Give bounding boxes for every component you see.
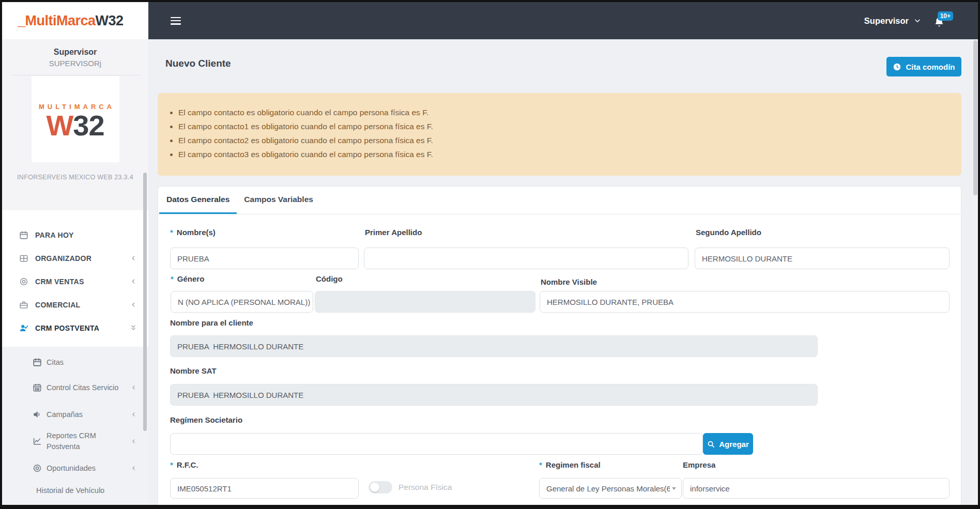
form-tabs: Datos Generales Campos Variables	[158, 187, 961, 214]
target-icon	[19, 277, 28, 286]
nombre-para-cliente-input	[170, 335, 818, 357]
chevron-left-icon	[131, 465, 137, 471]
agregar-label: Agregar	[719, 440, 749, 449]
submenu-item-label: Campañas	[47, 409, 83, 420]
sidebar-user-name: Supervisor	[2, 39, 148, 57]
submenu-item-historial-de-vehiculo[interactable]: Historial de Vehículo	[2, 480, 148, 501]
submenu-item-label: Control Citas Servicio	[47, 382, 120, 393]
submenu-item-label: Reportes CRM Postventa	[47, 430, 120, 452]
sidebar-scrollbar[interactable]	[143, 39, 147, 505]
tab-label: Datos Generales	[166, 195, 229, 204]
rfc-label: *R.F.C.	[170, 460, 198, 472]
nombres-input[interactable]	[170, 248, 359, 269]
sidebar-item-organizador[interactable]: ORGANIZADOR	[2, 246, 148, 270]
primer-apellido-input[interactable]	[364, 248, 688, 269]
chevron-left-icon	[131, 438, 137, 444]
submenu-item-reportes-crm-postventa[interactable]: Reportes CRM Postventa	[2, 426, 148, 456]
sidebar-item-para-hoy[interactable]: PARA HOY	[2, 223, 148, 246]
sidebar-item-comercial[interactable]: COMERCIAL	[2, 293, 148, 316]
clock-icon	[893, 63, 901, 71]
brand-logo-prefix: _MultiMarca	[18, 13, 96, 28]
tab-campos-variables[interactable]: Campos Variables	[237, 187, 320, 214]
sidebar-item-label: CRM VENTAS	[35, 277, 84, 286]
sidebar-item-label: ORGANIZADOR	[35, 254, 91, 263]
sidebar-item-label: COMERCIAL	[35, 301, 80, 309]
persona-fisica-label: Persona Física	[399, 481, 452, 493]
nombre-visible-label: Nombre Visible	[541, 277, 597, 289]
caret-down-icon	[672, 487, 676, 490]
notifications-button[interactable]: 10+	[932, 11, 953, 32]
notification-count-badge: 10+	[938, 11, 953, 21]
regimen-fiscal-label: *Regimen fiscal	[539, 460, 601, 472]
cita-comodin-label: Cita comodín	[906, 63, 955, 71]
genero-select[interactable]: N (NO APLICA (PERSONAL MORAL))	[171, 291, 313, 313]
empresa-input[interactable]	[683, 478, 950, 499]
hamburger-menu-icon[interactable]	[171, 15, 183, 26]
sidebar-item-label: CRM POSTVENTA	[35, 324, 99, 332]
brand-logo[interactable]: _MultiMarcaW32	[2, 2, 148, 39]
required-asterisk: *	[171, 274, 174, 283]
sidebar-scrollbar-thumb[interactable]	[143, 173, 147, 431]
submenu-item-citas[interactable]: Citas	[2, 352, 148, 373]
main-scrollbar[interactable]	[973, 39, 978, 505]
label-text: Género	[177, 274, 205, 283]
tab-label: Campos Variables	[244, 195, 313, 204]
validation-message: El campo contacto3 es obligatorio cuando…	[178, 147, 946, 161]
submenu-item-label: Oportunidades	[47, 463, 96, 474]
sidebar-user-block: Supervisor SUPERVISORj MULTIMARCA W32 IN…	[2, 39, 148, 210]
validation-message: El campo contacto1 es obligatorio cuando…	[178, 119, 946, 133]
page-title: Nuevo Cliente	[165, 58, 231, 69]
regimen-societario-label: Regímen Societario	[170, 415, 242, 427]
megaphone-icon	[33, 410, 42, 419]
validation-message: El campo contacto es obligatorio cuando …	[178, 105, 946, 119]
client-form-card: Datos Generales Campos Variables *Nombre…	[158, 186, 961, 505]
topbar: _MultiMarcaW32 Supervisor 10+	[2, 2, 978, 39]
tab-datos-generales[interactable]: Datos Generales	[159, 187, 237, 214]
regimen-societario-input[interactable]	[170, 433, 703, 455]
submenu-item-control-citas-servicio[interactable]: Control Citas Servicio	[2, 373, 148, 403]
logo-w: W	[46, 109, 73, 142]
sidebar-item-crm-ventas[interactable]: CRM VENTAS	[2, 270, 148, 293]
submenu-item-campanas[interactable]: Campañas	[2, 403, 148, 426]
caret-down-icon	[312, 301, 313, 303]
validation-alert-list: El campo contacto es obligatorio cuando …	[169, 105, 946, 161]
chevron-down-icon	[914, 17, 921, 24]
persona-fisica-toggle[interactable]	[369, 481, 392, 493]
sidebar-brand-logo-mark: W32	[32, 111, 119, 141]
chevron-left-icon	[130, 278, 137, 285]
required-asterisk: *	[170, 460, 173, 469]
nombre-visible-input[interactable]	[540, 291, 950, 313]
rfc-input[interactable]	[170, 478, 359, 499]
brand-logo-text: _MultiMarcaW32	[18, 13, 124, 29]
logo-number: 32	[73, 109, 104, 142]
codigo-label: Código	[316, 274, 343, 286]
main-scrollbar-thumb[interactable]	[973, 40, 977, 195]
primer-apellido-label: Primer Apellido	[365, 228, 422, 239]
target-icon	[33, 464, 42, 473]
label-text: Regimen fiscal	[546, 460, 601, 469]
chevron-left-icon	[131, 384, 137, 391]
cita-comodin-button[interactable]: Cita comodín	[886, 57, 961, 76]
validation-message: El campo contacto2 es obligatorio cuando…	[178, 133, 946, 147]
sidebar: Supervisor SUPERVISORj MULTIMARCA W32 IN…	[2, 39, 148, 505]
sidebar-menu: PARA HOY ORGANIZADOR CRM VENTAS COMERCIA…	[2, 210, 148, 347]
nombres-label: *Nombre(s)	[170, 228, 216, 239]
briefcase-icon	[19, 300, 28, 310]
calendar-icon	[33, 358, 42, 367]
genero-select-value: N (NO APLICA (PERSONAL MORAL))	[178, 298, 310, 306]
grid-icon	[19, 254, 28, 263]
user-menu[interactable]: Supervisor	[864, 2, 921, 39]
sidebar-item-crm-postventa[interactable]: CRM POSTVENTA	[2, 316, 148, 340]
app-version-label: INFORSERVEIS MEXICO WEB 23.3.4	[2, 174, 148, 181]
sidebar-brand-logo: MULTIMARCA W32	[32, 76, 119, 162]
submenu-item-oportunidades[interactable]: Oportunidades	[2, 456, 148, 480]
regimen-fiscal-select[interactable]: General de Ley Personas Morales(601)	[539, 478, 682, 499]
agregar-button[interactable]: Agregar	[703, 433, 753, 455]
submenu-item-label: Historial de Vehículo	[36, 485, 104, 496]
calendar-grid-icon	[33, 383, 42, 392]
app-window: _MultiMarcaW32 Supervisor 10+ Supervisor…	[0, 0, 980, 509]
brand-logo-suffix: W32	[96, 13, 124, 28]
segundo-apellido-input[interactable]	[695, 248, 950, 269]
submenu-item-llamada-3er-dia[interactable]: Llamada de 3er día	[2, 501, 148, 505]
sidebar-submenu: Citas Control Citas Servicio Campañas Re…	[2, 347, 148, 505]
